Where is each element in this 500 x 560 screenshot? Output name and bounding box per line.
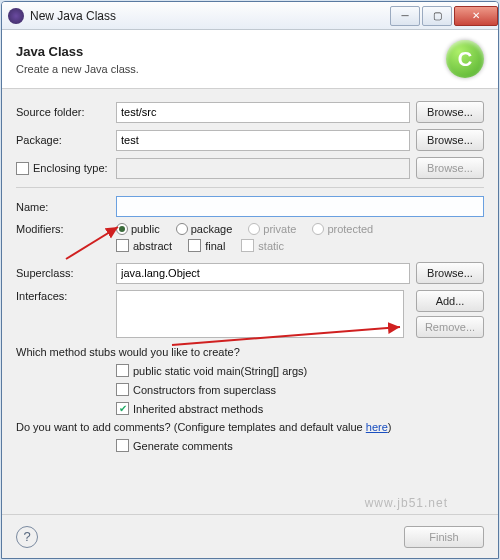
generate-comments-checkbox[interactable] [116,439,129,452]
window-title: New Java Class [30,9,388,23]
superclass-browse-button[interactable]: Browse... [416,262,484,284]
modifier-static-checkbox [241,239,254,252]
package-input[interactable] [116,130,410,151]
help-button[interactable]: ? [16,526,38,548]
superclass-input[interactable] [116,263,410,284]
stub-constructors-checkbox[interactable] [116,383,129,396]
configure-templates-link[interactable]: here [366,421,388,433]
header-subtitle: Create a new Java class. [16,63,139,75]
generate-comments-label: Generate comments [133,440,233,452]
modifier-public-radio[interactable] [116,223,128,235]
close-button[interactable]: ✕ [454,6,498,26]
dialog-window: New Java Class ─ ▢ ✕ Java Class Create a… [1,1,499,559]
source-folder-label: Source folder: [16,106,116,118]
finish-button: Finish [404,526,484,548]
interfaces-list[interactable] [116,290,404,338]
watermark-text: www.jb51.net [365,496,448,510]
interfaces-add-button[interactable]: Add... [416,290,484,312]
package-label: Package: [16,134,116,146]
modifier-package-radio[interactable] [176,223,188,235]
dialog-footer: ? Finish [2,514,498,558]
dialog-body: Source folder: Browse... Package: Browse… [2,89,498,514]
dialog-header: Java Class Create a new Java class. C [2,30,498,89]
stub-main-label: public static void main(String[] args) [133,365,307,377]
interfaces-remove-button: Remove... [416,316,484,338]
package-browse-button[interactable]: Browse... [416,129,484,151]
modifier-abstract-checkbox[interactable] [116,239,129,252]
class-icon: C [446,40,484,78]
name-input[interactable] [116,196,484,217]
minimize-button[interactable]: ─ [390,6,420,26]
maximize-button[interactable]: ▢ [422,6,452,26]
comments-question: Do you want to add comments? (Configure … [16,421,484,433]
header-title: Java Class [16,44,139,59]
stub-constructors-label: Constructors from superclass [133,384,276,396]
enclosing-type-checkbox[interactable] [16,162,29,175]
modifier-protected-radio [312,223,324,235]
modifiers-label: Modifiers: [16,223,116,235]
stub-main-checkbox[interactable] [116,364,129,377]
stub-inherited-checkbox[interactable]: ✔ [116,402,129,415]
stubs-question: Which method stubs would you like to cre… [16,346,484,358]
enclosing-type-input [116,158,410,179]
enclosing-type-label: Enclosing type: [33,162,116,174]
name-label: Name: [16,201,116,213]
interfaces-label: Interfaces: [16,290,116,302]
source-folder-browse-button[interactable]: Browse... [416,101,484,123]
superclass-label: Superclass: [16,267,116,279]
stub-inherited-label: Inherited abstract methods [133,403,263,415]
modifier-private-radio [248,223,260,235]
source-folder-input[interactable] [116,102,410,123]
modifier-final-checkbox[interactable] [188,239,201,252]
eclipse-icon [8,8,24,24]
enclosing-type-browse-button: Browse... [416,157,484,179]
titlebar[interactable]: New Java Class ─ ▢ ✕ [2,2,498,30]
